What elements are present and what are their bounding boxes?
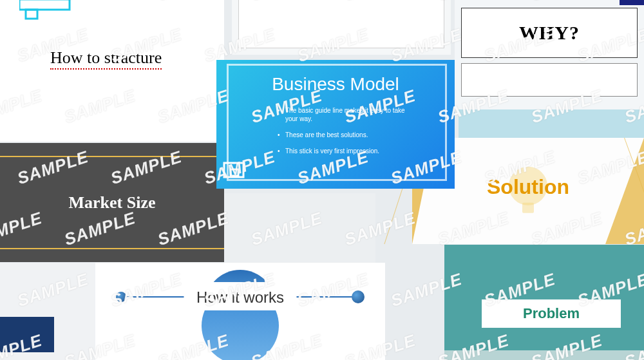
- gray-top-inner: [238, 0, 444, 48]
- why-content-box: [461, 63, 638, 97]
- problem-title-box: Problem: [482, 299, 621, 328]
- svg-rect-1: [26, 10, 37, 19]
- problem-bottom-band: [444, 350, 644, 360]
- why-title-box: WHY?: [461, 8, 638, 58]
- problem-title: Problem: [523, 305, 580, 322]
- svg-rect-5: [231, 169, 238, 176]
- gray-bottom-band: [0, 317, 54, 352]
- why-accent-bar: [620, 0, 644, 5]
- slide-gray-mid: [224, 193, 375, 264]
- business-bullet: This stick is very first impression.: [278, 147, 406, 155]
- business-corner-icon: [223, 158, 249, 185]
- structure-title: How to stracture: [50, 48, 162, 70]
- corner-decoration-icon: [19, 0, 71, 24]
- market-line-bottom: [0, 248, 224, 249]
- business-bullet: These are the best solutions.: [278, 131, 406, 139]
- slide-gray-fill: [384, 245, 446, 360]
- slide-problem: Problem: [444, 245, 644, 360]
- slide-market-size: Market Size: [0, 143, 224, 262]
- slide-how-it-works: How it works: [95, 263, 385, 360]
- why-title: WHY?: [519, 22, 580, 44]
- market-line-top: [0, 156, 224, 157]
- slide-structure: How to stracture: [0, 0, 224, 142]
- business-bullet: The basic guide line makes it easy to ta…: [278, 106, 406, 123]
- slide-lightblue-strip: [459, 109, 644, 138]
- slide-gray-bottom: [0, 263, 97, 360]
- svg-rect-3: [522, 202, 534, 213]
- howworks-title: How it works: [95, 289, 385, 307]
- slide-business-model: Business Model The basic guide line make…: [216, 60, 455, 189]
- slide-why: WHY?: [455, 0, 644, 109]
- slide-gray-top: [232, 0, 451, 55]
- market-title: Market Size: [0, 193, 224, 213]
- svg-rect-0: [19, 0, 70, 10]
